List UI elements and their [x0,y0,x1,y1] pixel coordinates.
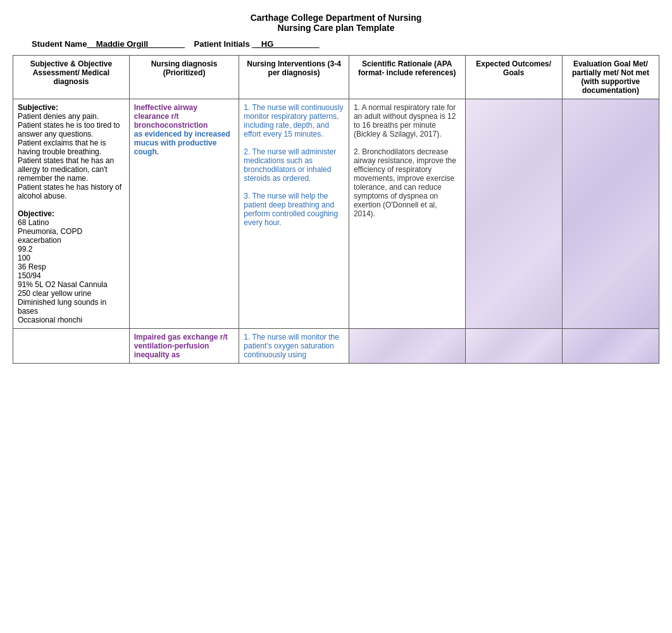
row2-col6 [562,329,659,364]
row2-col4 [349,329,465,364]
student-info: Student Name__Maddie Orgill________ Pati… [13,39,659,49]
care-plan-table: Subjective & Objective Assessment/ Medic… [13,55,659,364]
diagnosis-primary-1: Ineffective airway clearance r/t broncho… [134,103,208,130]
row1-col3: 1. The nurse will continuously monitor r… [239,99,349,329]
objective-label: Objective: [18,209,54,218]
page-header: Carthage College Department of Nursing N… [13,13,659,33]
col-header-5: Expected Outcomes/ Goals [465,56,562,99]
row1-col2: Ineffective airway clearance r/t broncho… [129,99,239,329]
col-header-2: Nursing diagnosis (Prioritized) [129,56,239,99]
col-header-4: Scientific Rationale (APA format- includ… [349,56,465,99]
subjective-label: Subjective: [18,103,58,112]
nursing-interventions-2: 1. The nurse will monitor the patient's … [244,333,339,359]
student-name-value: __Maddie Orgill________ [87,39,185,49]
col-header-6: Evaluation Goal Met/ partially met/ Not … [562,56,659,99]
row2-col5 [465,329,562,364]
header-line2: Nursing Care plan Template [13,23,659,33]
scientific-rationale-1: 1. A normal respiratory rate for an adul… [354,103,456,218]
row1-col1: Subjective: Patient denies any pain. Pat… [13,99,130,329]
row1-col6 [562,99,659,329]
header-line1: Carthage College Department of Nursing [13,13,659,23]
patient-initials-label: Patient Initials [194,39,250,49]
row2-col2: Impaired gas exchange r/t ventilation-pe… [129,329,239,364]
diagnosis-primary-2: Impaired gas exchange r/t ventilation-pe… [134,333,228,359]
col-header-3: Nursing Interventions (3-4 per diagnosis… [239,56,349,99]
student-name-label: Student Name [32,39,87,49]
table-row: Subjective: Patient denies any pain. Pat… [13,99,659,329]
nursing-interventions-1: 1. The nurse will continuously monitor r… [244,103,343,227]
objective-text: 68 Latino Pneumonia, COPD exacerbation 9… [18,218,108,324]
table-row: Impaired gas exchange r/t ventilation-pe… [13,329,659,364]
row2-col1 [13,329,130,364]
row1-col4: 1. A normal respiratory rate for an adul… [349,99,465,329]
table-header-row: Subjective & Objective Assessment/ Medic… [13,56,659,99]
diagnosis-evidence-1: as evidenced by increased mucus with pro… [134,130,230,156]
row2-col3: 1. The nurse will monitor the patient's … [239,329,349,364]
col-header-1: Subjective & Objective Assessment/ Medic… [13,56,130,99]
subjective-text: Patient denies any pain. Patient states … [18,112,121,200]
row1-col5 [465,99,562,329]
patient-initials-value: __HG__________ [252,39,319,49]
